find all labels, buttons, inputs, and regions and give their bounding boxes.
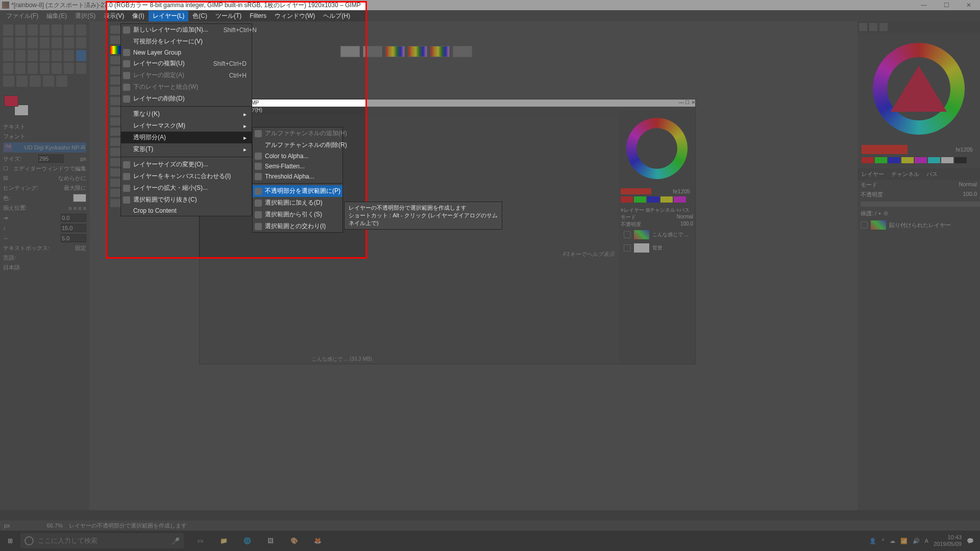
menu-layer[interactable]: レイヤー(L) [149,11,189,21]
tool-bycolor[interactable] [52,24,62,36]
tool-perspective[interactable] [40,50,50,61]
chrome-icon[interactable]: 🌐 [237,531,257,551]
close-button[interactable]: ✕ [958,0,980,10]
tool-eraser[interactable] [52,63,62,74]
linespacing-input[interactable] [61,224,86,232]
tool-zoom[interactable] [28,37,38,48]
tool-measure[interactable] [40,37,50,48]
gimp-taskbar-icon[interactable]: 🦊 [307,531,328,551]
lock-label[interactable]: 保護: / + ※ [861,210,889,217]
tool-fuzzy[interactable] [40,24,50,36]
taskview-icon[interactable]: ▭ [190,531,210,551]
tool-cage[interactable] [64,50,74,61]
tool-airbrush[interactable] [64,63,74,74]
tray-ime-icon[interactable]: A [925,538,928,544]
doc-tab-2[interactable] [363,46,382,57]
editor-checkbox-label[interactable]: エディターウィンドウで編集 [13,165,86,172]
letterspacing-input[interactable] [61,234,86,242]
status-unit[interactable]: px [4,522,10,529]
menu-view[interactable]: 表示(V) [100,11,128,21]
dock-tab-icon-2[interactable] [869,23,877,31]
mi-transform[interactable]: 変形(T)▸ [121,143,252,155]
tool-align[interactable] [64,37,74,48]
mi-transparency[interactable]: 透明部分(A)▸ [121,132,252,143]
tray-volume-icon[interactable]: 🔊 [913,538,920,544]
smi-color-to-alpha[interactable]: Color to Alpha... [253,151,342,161]
dock-tab-icon-3[interactable] [879,23,888,31]
mic-icon[interactable]: 🎤 [172,537,180,545]
tool-smudge[interactable] [30,76,41,87]
smi-remove-alpha[interactable]: アルファチャンネルの削除(R) [253,139,342,151]
tool-blur[interactable] [43,76,54,87]
menu-file[interactable]: ファイル(F) [2,11,42,21]
explorer-icon[interactable]: 📁 [213,531,234,551]
smi-alpha-to-sel[interactable]: 不透明部分を選択範囲に(P) [253,185,342,197]
tool-blend[interactable] [15,63,26,74]
tool-dodge[interactable] [56,76,67,87]
doc-tab-6[interactable] [453,46,472,57]
tool-scissors[interactable] [64,24,74,36]
tab-paths[interactable]: パス [923,169,941,179]
tool-lasso[interactable] [28,24,38,36]
color-wheel[interactable] [873,43,965,135]
layer-name[interactable]: 貼り付けられたレイヤー [889,221,951,229]
size-input[interactable] [38,155,64,163]
menu-filters[interactable]: Filters [246,11,271,20]
inner-layer-a[interactable]: こんな感じで ... [652,231,689,238]
tool-shear[interactable] [28,50,38,61]
notification-icon[interactable]: 💬 [967,538,974,544]
tool-scale[interactable] [15,50,26,61]
doc-tab-1[interactable] [340,46,360,57]
menu-select[interactable]: 選択(S) [71,11,100,21]
indent-input[interactable] [61,214,86,222]
layer-row[interactable]: 貼り付けられたレイヤー [857,218,980,232]
maximize-button[interactable]: ☐ [935,0,958,10]
app-icon-2[interactable]: 🎨 [284,531,304,551]
mi-scale[interactable]: レイヤーの拡大・縮小(S)... [121,182,252,194]
fg-bg-color[interactable] [4,95,29,116]
mi-delete[interactable]: レイヤーの削除(D) [121,93,252,105]
justify-buttons[interactable]: ≡ ≡ ≡ ≡ [68,205,86,211]
tool-rect-select[interactable] [3,24,13,36]
hex-value[interactable]: fe1205 [955,146,976,153]
font-name[interactable]: UD Digi Kyokasho NP-R [24,144,85,151]
doc-tab-4[interactable] [408,46,427,57]
taskbar-search[interactable]: ここに入力して検索 🎤 [20,533,184,548]
tool-crop[interactable] [76,37,86,48]
tool-ink[interactable] [76,63,86,74]
tool-brush[interactable] [40,63,50,74]
mi-to-image[interactable]: レイヤーをキャンバスに合わせる(I) [121,170,252,182]
menu-edit[interactable]: 編集(E) [42,11,71,21]
tool-rotate[interactable] [3,50,13,61]
visibility-icon[interactable] [861,221,868,229]
tray-wifi-icon[interactable]: 📶 [900,538,908,544]
tool-move[interactable] [52,37,62,48]
mi-stack[interactable]: 重なり(K)▸ [121,108,252,120]
menu-window[interactable]: ウィンドウ(W) [271,11,319,21]
inner-mode[interactable]: Normal [677,214,693,221]
current-color-swatch[interactable] [862,145,908,154]
start-button[interactable]: ⊞ [0,531,20,551]
tray-cloud-icon[interactable]: ☁ [890,538,895,544]
menu-tool[interactable]: ツール(T) [211,11,246,21]
tool-flip[interactable] [52,50,62,61]
tool-ellipse-select[interactable] [15,24,26,36]
tab-layers[interactable]: レイヤー [859,169,887,179]
tool-colorpicker[interactable] [15,37,26,48]
dock-tab-icon[interactable] [859,23,867,31]
mode-value[interactable]: Normal [959,181,977,189]
app-icon-1[interactable]: 🖼 [260,531,281,551]
smi-add-to-sel[interactable]: 選択範囲に加える(D) [253,197,342,209]
smi-threshold[interactable]: Threshold Alpha... [253,171,342,182]
mi-duplicate[interactable]: レイヤーの複製(U)Shift+Ctrl+D [121,58,252,69]
opacity-slider[interactable] [861,202,980,207]
status-zoom[interactable]: 66.7% [47,522,63,529]
textbox-value[interactable]: 固定 [75,244,86,252]
smi-intersect[interactable]: 選択範囲との交わり(I) [253,220,342,232]
taskbar-clock[interactable]: 10:43 2019/05/09 [934,534,962,547]
doc-tab-3[interactable] [385,46,405,57]
lang-value[interactable]: 日本語 [3,264,86,271]
menu-help[interactable]: ヘルプ(H) [319,11,354,21]
tool-bucket[interactable] [3,63,13,74]
tray-up-icon[interactable]: ^ [881,538,884,544]
